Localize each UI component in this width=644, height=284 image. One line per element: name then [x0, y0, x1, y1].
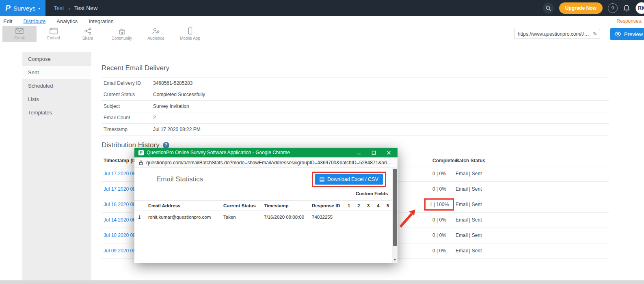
row-value: Jul 17 2020 08:22 PM — [153, 127, 201, 132]
questionpro-logo: P — [5, 4, 11, 13]
history-batch-status: Email | Sent — [456, 232, 609, 238]
preview-button[interactable]: Preview — [610, 28, 644, 40]
email-address: rohit.kumar@questionpro.com — [148, 215, 223, 219]
annotation-box-completed: 1 | 100% — [424, 198, 454, 211]
col-completed: Completed — [428, 158, 456, 164]
table-row: Subject Survey Invitation — [102, 101, 609, 112]
notifications-button[interactable] — [623, 4, 630, 12]
response-id: 74032255 — [312, 215, 348, 219]
col-email-address: Email Address — [148, 203, 223, 208]
history-completed-highlighted: 1 | 100% — [428, 198, 456, 211]
caret-down-icon: ▾ — [38, 6, 40, 11]
row-label: Current Status — [104, 92, 153, 97]
col-current-status: Current Status — [223, 203, 264, 208]
col-custom-3: 3 — [367, 203, 377, 208]
survey-nav: Edit Distribute Analytics Integration Re… — [0, 16, 644, 26]
address-bar[interactable]: questionpro.com/a/emailBatchStats.do?mod… — [134, 157, 398, 168]
history-completed: 0 | 0% — [428, 186, 456, 192]
surveys-menu-label: Surveys — [13, 5, 35, 12]
breadcrumb-separator-icon: › — [68, 5, 70, 12]
sidebar-item-scheduled[interactable]: Scheduled — [22, 79, 91, 93]
channel-audience[interactable]: Audience — [139, 26, 173, 42]
history-batch-status: Email | Sent — [456, 217, 609, 223]
scrollbar-down-arrow[interactable]: ▾ — [392, 256, 398, 263]
row-value: 3468561-5285283 — [153, 80, 192, 86]
maximize-button[interactable] — [372, 151, 376, 155]
channel-embed-label: Embed — [47, 36, 60, 40]
breadcrumb-survey-link[interactable]: Test — [54, 5, 64, 11]
current-status: Taken — [223, 215, 264, 219]
timestamp: 7/16/2020 09:08:00 — [264, 215, 312, 219]
channel-community[interactable]: Community — [105, 26, 139, 42]
minimize-button[interactable] — [357, 151, 361, 155]
responses-count[interactable]: Responses: 1 — [617, 18, 644, 24]
email-sidebar: Compose Sent Scheduled Lists Templates — [22, 52, 91, 280]
channel-community-label: Community — [112, 36, 132, 41]
sidebar-item-compose[interactable]: Compose — [22, 52, 91, 66]
col-batch-status: Batch Status — [456, 158, 609, 164]
row-label: Email Delivery ID — [104, 80, 153, 86]
email-statistics-window: P QuestionPro Online Survey Software App… — [134, 148, 398, 263]
row-value: Completed Successfully — [153, 92, 205, 97]
table-row: Email Delivery ID 3468561-5285283 — [102, 77, 609, 89]
help-button[interactable]: ? — [608, 3, 618, 13]
channel-embed[interactable]: Embed — [37, 26, 71, 42]
tab-edit[interactable]: Edit — [3, 18, 12, 24]
table-row: Timestamp Jul 17 2020 08:22 PM — [102, 124, 609, 136]
page-bottom-strip — [0, 280, 644, 284]
edit-url-icon[interactable]: ✎ — [593, 31, 597, 37]
channel-share-label: Share — [82, 36, 93, 41]
breadcrumb-current-page: Test New — [74, 5, 98, 11]
email-statistics-body: Email Statistics Download Excel / CSV Cu… — [134, 168, 398, 263]
address-bar-url: questionpro.com/a/emailBatchStats.do?mod… — [146, 160, 393, 166]
recent-delivery-table: Email Delivery ID 3468561-5285283 Curren… — [102, 77, 609, 136]
topbar-actions: Upgrade Now ? RK — [543, 2, 644, 14]
tab-analytics[interactable]: Analytics — [56, 18, 78, 24]
email-icon — [15, 28, 24, 34]
spreadsheet-icon — [320, 177, 324, 182]
row-value: 2 — [153, 115, 156, 120]
popup-scrollbar[interactable]: ▾ — [392, 168, 398, 263]
sidebar-item-templates[interactable]: Templates — [22, 106, 91, 119]
eye-icon — [614, 31, 621, 37]
scrollbar-thumb[interactable] — [393, 169, 397, 246]
upgrade-now-button[interactable]: Upgrade Now — [559, 2, 603, 14]
surveys-menu[interactable]: P Surveys ▾ — [0, 0, 45, 16]
close-button[interactable] — [387, 151, 391, 155]
sidebar-item-sent[interactable]: Sent — [22, 66, 91, 79]
col-timestamp: Timestamp — [264, 203, 312, 208]
channel-email[interactable]: Email — [2, 26, 37, 42]
window-title-bar[interactable]: P QuestionPro Online Survey Software App… — [134, 148, 398, 157]
history-completed: 0 | 0% — [428, 217, 456, 223]
history-batch-status: Email | Sent — [456, 248, 609, 254]
community-icon — [118, 28, 126, 35]
search-icon — [545, 5, 551, 11]
sidebar-item-lists[interactable]: Lists — [22, 93, 91, 106]
mobile-app-icon — [186, 27, 194, 35]
channel-mobile-app-label: Mobile App — [180, 36, 200, 41]
questionpro-favicon: P — [138, 150, 144, 155]
history-batch-status: Email | Sent — [456, 202, 609, 207]
row-label: Subject — [104, 103, 153, 109]
col-custom-2: 2 — [357, 203, 367, 208]
table-row: 1 rohit.kumar@questionpro.com Taken 7/16… — [134, 211, 392, 223]
channel-mobile-app[interactable]: Mobile App — [173, 26, 207, 42]
channel-share[interactable]: Share — [71, 26, 105, 42]
tab-integration[interactable]: Integration — [89, 18, 113, 24]
survey-url-value: https://www.questionpro.com/t/APRJpZiCB — [518, 31, 591, 37]
row-label: Timestamp — [104, 127, 153, 132]
share-icon — [84, 27, 92, 35]
user-avatar[interactable]: RK — [635, 2, 644, 14]
tab-distribute[interactable]: Distribute — [23, 18, 45, 24]
download-excel-csv-button[interactable]: Download Excel / CSV — [315, 174, 383, 185]
col-custom-4: 4 — [377, 203, 387, 208]
row-label: Email Count — [104, 115, 153, 120]
search-button[interactable] — [543, 3, 554, 14]
lock-icon — [138, 160, 143, 166]
survey-url-field[interactable]: https://www.questionpro.com/t/APRJpZiCB … — [514, 29, 600, 39]
window-controls — [357, 151, 391, 155]
col-custom-1: 1 — [348, 203, 357, 208]
annotation-box-download: Download Excel / CSV — [312, 172, 386, 187]
row-value: Survey Invitation — [153, 103, 189, 109]
statistics-table-header: Email Address Current Status Timestamp R… — [134, 200, 392, 211]
